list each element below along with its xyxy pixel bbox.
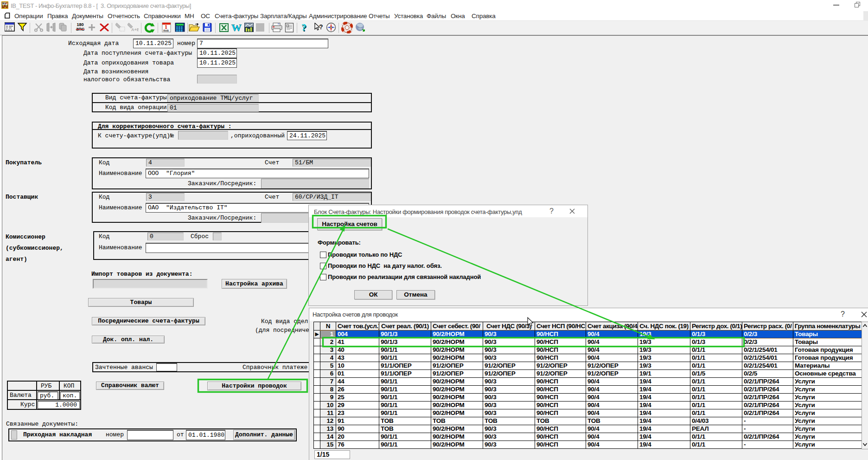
- svg-text:?: ?: [319, 23, 323, 31]
- svg-text:ЯНВ: ЯНВ: [163, 29, 169, 32]
- svg-text:W: W: [231, 22, 242, 32]
- svg-text:А+В: А+В: [131, 27, 139, 32]
